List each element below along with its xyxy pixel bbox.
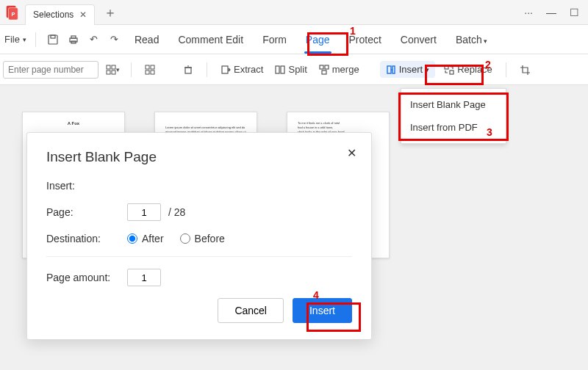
insert-confirm-button[interactable]: Insert <box>293 298 352 323</box>
window-controls: ··· — ☐ <box>524 7 579 18</box>
page-label: Page: <box>46 206 127 218</box>
before-label: Before <box>195 233 225 244</box>
cancel-button[interactable]: Cancel <box>218 298 284 323</box>
split-button[interactable]: Split <box>272 62 309 76</box>
menu-convert[interactable]: Convert <box>393 31 444 48</box>
svg-rect-3 <box>49 35 57 44</box>
svg-rect-24 <box>322 70 326 74</box>
annotation-label-4: 4 <box>313 289 319 301</box>
svg-rect-9 <box>112 65 115 69</box>
insert-button[interactable]: Insert▾ <box>380 61 436 78</box>
svg-rect-20 <box>276 66 279 73</box>
separator <box>35 32 36 47</box>
menu-form[interactable]: Form <box>255 31 294 48</box>
dialog-close-icon[interactable]: ✕ <box>347 146 356 160</box>
svg-rect-27 <box>445 65 448 69</box>
file-label: File <box>4 34 20 45</box>
delete-icon[interactable] <box>180 62 196 78</box>
file-menu[interactable]: File▾ <box>4 34 26 45</box>
menu-comment-edit[interactable]: Comment Edit <box>171 31 251 48</box>
amount-input[interactable] <box>127 269 161 286</box>
extract-label: Extract <box>234 64 263 75</box>
menu-page[interactable]: Page <box>298 31 337 48</box>
new-tab-button[interactable]: ＋ <box>104 4 117 21</box>
separator <box>506 62 506 77</box>
grid-icon[interactable] <box>142 62 158 78</box>
insert-blank-page-dialog: Insert Blank Page ✕ Insert: Page: / 28 D… <box>26 132 372 340</box>
dropdown-insert-blank[interactable]: Insert Blank Page <box>401 93 506 116</box>
svg-rect-4 <box>51 35 55 38</box>
svg-rect-22 <box>320 65 323 69</box>
annotation-label-1: 1 <box>350 25 356 37</box>
print-icon[interactable] <box>65 32 82 48</box>
thumb-title: A Fox <box>33 121 114 126</box>
svg-rect-26 <box>392 66 395 73</box>
amount-label: Page amount: <box>46 272 127 283</box>
crop-icon[interactable] <box>517 62 533 78</box>
svg-rect-6 <box>71 36 76 38</box>
minimize-icon[interactable]: — <box>546 7 556 18</box>
svg-rect-16 <box>185 68 191 73</box>
radio-before-input[interactable] <box>180 233 190 244</box>
destination-label: Destination: <box>46 233 127 244</box>
svg-rect-13 <box>151 65 154 69</box>
title-bar: P Selections ✕ ＋ ··· — ☐ <box>0 0 588 25</box>
annotation-label-3: 3 <box>487 126 492 138</box>
svg-rect-14 <box>146 70 149 74</box>
svg-rect-15 <box>151 70 154 74</box>
menu-bar: File▾ ↶ ↷ Read Comment Edit Form Page Pr… <box>0 25 588 54</box>
radio-before[interactable]: Before <box>180 233 225 244</box>
divider <box>46 256 352 257</box>
more-icon[interactable]: ··· <box>524 7 533 18</box>
maximize-icon[interactable]: ☐ <box>570 7 579 18</box>
undo-icon[interactable]: ↶ <box>86 32 102 48</box>
svg-rect-8 <box>107 65 110 69</box>
tab-label: Selections <box>33 10 74 20</box>
svg-rect-25 <box>387 66 391 73</box>
save-icon[interactable] <box>45 32 61 48</box>
page-number-input[interactable] <box>3 61 98 79</box>
svg-text:P: P <box>11 10 15 17</box>
page-input[interactable] <box>127 203 161 221</box>
dialog-title: Insert Blank Page <box>46 149 352 165</box>
svg-rect-12 <box>146 65 149 69</box>
insert-label: Insert: <box>46 180 127 192</box>
separator <box>131 62 132 77</box>
insert-label: Insert <box>399 64 423 75</box>
extract-button[interactable]: Extract <box>218 62 266 76</box>
after-label: After <box>142 233 164 244</box>
batch-label: Batch <box>456 34 482 46</box>
svg-rect-28 <box>450 70 453 74</box>
svg-rect-23 <box>325 65 329 69</box>
tab-selections[interactable]: Selections ✕ <box>25 4 95 25</box>
page-total: / 28 <box>168 206 185 218</box>
thumbnail-view-icon[interactable]: ▾ <box>104 62 121 78</box>
radio-after[interactable]: After <box>127 233 164 244</box>
redo-icon[interactable]: ↷ <box>107 32 123 48</box>
split-label: Split <box>288 64 306 75</box>
svg-rect-10 <box>107 70 110 74</box>
close-tab-icon[interactable]: ✕ <box>79 10 87 20</box>
menu-batch[interactable]: Batch▾ <box>448 31 495 48</box>
app-icon: P <box>4 4 21 21</box>
work-area: A Fox Lorem ipsum dolor sit amet consect… <box>0 85 588 370</box>
radio-after-input[interactable] <box>127 233 137 244</box>
svg-rect-11 <box>112 70 115 74</box>
menu-protect[interactable]: Protect <box>342 31 389 48</box>
separator <box>207 62 207 77</box>
annotation-label-2: 2 <box>485 59 491 70</box>
menu-read[interactable]: Read <box>127 31 166 48</box>
merge-button[interactable]: merge <box>316 62 362 76</box>
merge-label: merge <box>332 64 359 75</box>
svg-rect-21 <box>281 66 284 73</box>
page-toolbar: ▾ Extract Split merge Insert▾ Replace <box>0 54 588 85</box>
svg-rect-19 <box>222 66 228 73</box>
